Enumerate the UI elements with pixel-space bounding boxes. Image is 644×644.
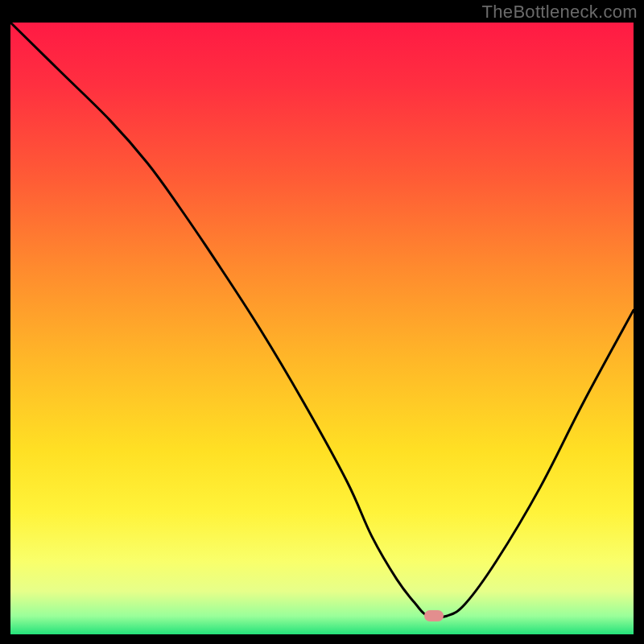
plot-area	[10, 23, 634, 634]
watermark-label: TheBottleneck.com	[482, 2, 638, 23]
bottleneck-chart-svg	[10, 23, 634, 634]
chart-frame: TheBottleneck.com	[0, 0, 644, 644]
selected-point-marker	[424, 610, 444, 621]
